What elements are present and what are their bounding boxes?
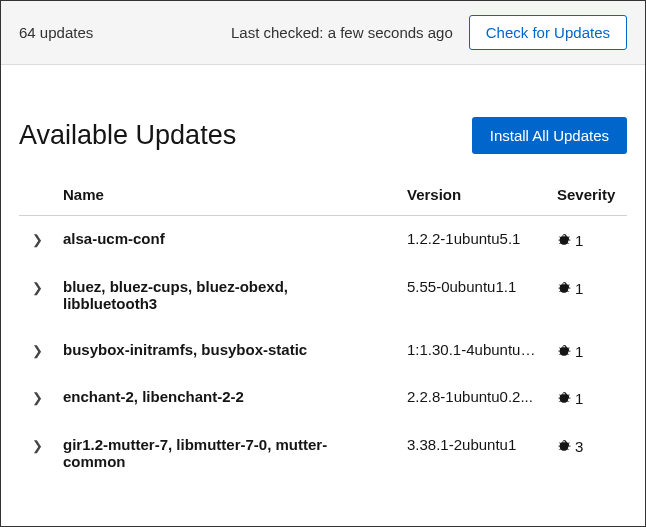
bug-icon (557, 281, 571, 295)
bug-icon (557, 439, 571, 453)
severity-count: 1 (575, 342, 583, 359)
install-all-updates-button[interactable]: Install All Updates (472, 117, 627, 154)
update-count: 64 updates (19, 24, 93, 41)
updates-table: Name Version Severity ❯alsa-ucm-conf1.2.… (19, 174, 627, 485)
expand-toggle[interactable]: ❯ (19, 326, 55, 374)
page-title: Available Updates (19, 120, 236, 151)
severity-count: 1 (575, 232, 583, 249)
table-row: ❯bluez, bluez-cups, bluez-obexd, libblue… (19, 263, 627, 326)
top-bar: 64 updates Last checked: a few seconds a… (1, 1, 645, 65)
expand-toggle[interactable]: ❯ (19, 374, 55, 422)
package-name: bluez, bluez-cups, bluez-obexd, libbluet… (55, 263, 399, 326)
bug-icon (557, 344, 571, 358)
package-name: gir1.2-mutter-7, libmutter-7-0, mutter-c… (55, 421, 399, 484)
package-name: alsa-ucm-conf (55, 216, 399, 264)
table-row: ❯gir1.2-mutter-7, libmutter-7-0, mutter-… (19, 421, 627, 484)
chevron-right-icon: ❯ (32, 280, 43, 295)
table-row: ❯enchant-2, libenchant-2-22.2.8-1ubuntu0… (19, 374, 627, 422)
column-header-name: Name (55, 174, 399, 216)
package-severity: 1 (549, 216, 627, 264)
severity-count: 1 (575, 279, 583, 296)
package-severity: 3 (549, 421, 627, 484)
package-severity: 1 (549, 326, 627, 374)
bug-icon (557, 233, 571, 247)
chevron-right-icon: ❯ (32, 232, 43, 247)
expand-toggle[interactable]: ❯ (19, 216, 55, 264)
package-name: enchant-2, libenchant-2-2 (55, 374, 399, 422)
scroll-area[interactable]: 64 updates Last checked: a few seconds a… (1, 1, 645, 526)
package-version: 1.2.2-1ubuntu5.1 (399, 216, 549, 264)
chevron-right-icon: ❯ (32, 343, 43, 358)
expand-toggle[interactable]: ❯ (19, 421, 55, 484)
table-row: ❯busybox-initramfs, busybox-static1:1.30… (19, 326, 627, 374)
package-version: 2.2.8-1ubuntu0.2... (399, 374, 549, 422)
check-for-updates-button[interactable]: Check for Updates (469, 15, 627, 50)
package-severity: 1 (549, 374, 627, 422)
bug-icon (557, 391, 571, 405)
column-header-version: Version (399, 174, 549, 216)
package-version: 5.55-0ubuntu1.1 (399, 263, 549, 326)
package-severity: 1 (549, 263, 627, 326)
column-header-expand (19, 174, 55, 216)
column-header-severity: Severity (549, 174, 627, 216)
package-version: 1:1.30.1-4ubuntu9.1 (399, 326, 549, 374)
chevron-right-icon: ❯ (32, 390, 43, 405)
chevron-right-icon: ❯ (32, 438, 43, 453)
table-row: ❯alsa-ucm-conf1.2.2-1ubuntu5.11 (19, 216, 627, 264)
severity-count: 3 (575, 437, 583, 454)
severity-count: 1 (575, 390, 583, 407)
expand-toggle[interactable]: ❯ (19, 263, 55, 326)
package-version: 3.38.1-2ubuntu1 (399, 421, 549, 484)
last-checked-label: Last checked: a few seconds ago (105, 24, 457, 41)
package-name: busybox-initramfs, busybox-static (55, 326, 399, 374)
